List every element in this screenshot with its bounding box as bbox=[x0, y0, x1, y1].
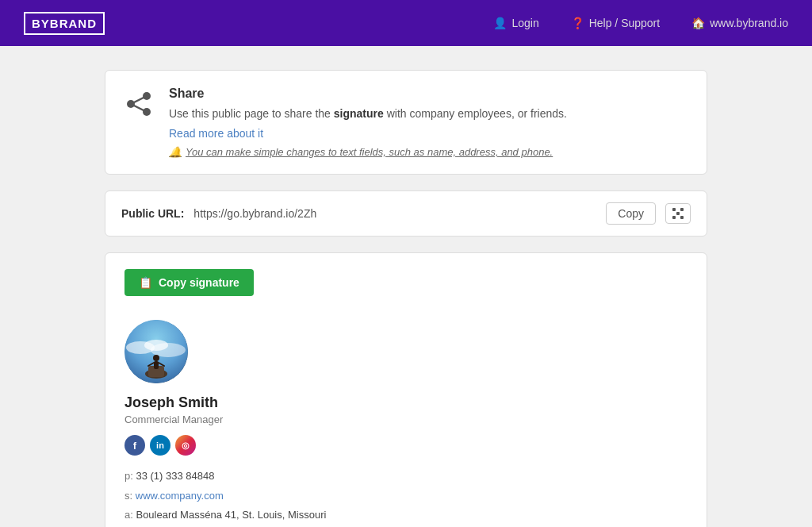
social-linkedin[interactable]: in bbox=[150, 435, 170, 456]
svg-point-11 bbox=[153, 355, 159, 361]
bell-icon: 🔔 bbox=[169, 146, 182, 158]
qr-grid-icon bbox=[672, 208, 684, 219]
url-qr-button[interactable] bbox=[665, 203, 691, 224]
share-notice: 🔔 You can make simple changes to text fi… bbox=[169, 146, 567, 158]
svg-rect-12 bbox=[154, 361, 159, 369]
signature-preview: Joseph Smith Commercial Manager f in ◎ p… bbox=[124, 312, 688, 527]
social-facebook[interactable]: f bbox=[124, 435, 145, 456]
copy-signature-button[interactable]: 📋 Copy signature bbox=[124, 269, 254, 296]
sig-address: a: Bouleard Masséna 41, St. Louis, Misso… bbox=[124, 506, 688, 525]
url-card: Public URL: https://go.bybrand.io/2Zh Co… bbox=[105, 190, 707, 237]
svg-line-4 bbox=[131, 104, 147, 112]
url-copy-button[interactable]: Copy bbox=[606, 202, 656, 225]
social-instagram[interactable]: ◎ bbox=[175, 435, 196, 456]
avatar bbox=[124, 320, 188, 383]
header: BYBRAND 👤 Login ❓ Help / Support 🏠 www.b… bbox=[0, 0, 812, 46]
share-icon bbox=[124, 90, 153, 124]
svg-point-8 bbox=[144, 340, 168, 351]
read-more-link[interactable]: Read more about it bbox=[169, 127, 567, 140]
nav-website[interactable]: 🏠 www.bybrand.io bbox=[691, 17, 788, 29]
share-description: Use this public page to share the signat… bbox=[169, 106, 567, 122]
svg-point-0 bbox=[143, 92, 151, 100]
header-nav: 👤 Login ❓ Help / Support 🏠 www.bybrand.i… bbox=[493, 17, 788, 29]
share-title: Share bbox=[169, 87, 567, 101]
url-label: Public URL: bbox=[121, 207, 184, 220]
help-icon: ❓ bbox=[571, 17, 584, 29]
sig-website: s: www.company.com bbox=[124, 487, 688, 506]
share-text-content: Share Use this public page to share the … bbox=[169, 87, 567, 158]
svg-line-3 bbox=[131, 96, 147, 104]
clipboard-icon: 📋 bbox=[139, 276, 152, 289]
share-card: Share Use this public page to share the … bbox=[105, 70, 707, 175]
home-icon: 🏠 bbox=[691, 17, 705, 29]
nav-login[interactable]: 👤 Login bbox=[493, 17, 538, 29]
sig-name: Joseph Smith bbox=[124, 394, 688, 411]
user-icon: 👤 bbox=[493, 17, 507, 29]
sig-details: p: 33 (1) 333 84848 s: www.company.com a… bbox=[124, 467, 688, 525]
signature-card: 📋 Copy signature bbox=[105, 252, 707, 527]
main-content: Share Use this public page to share the … bbox=[89, 70, 723, 527]
sig-job-title: Commercial Manager bbox=[124, 414, 688, 425]
sig-phone: p: 33 (1) 333 84848 bbox=[124, 467, 688, 487]
url-value: https://go.bybrand.io/2Zh bbox=[193, 207, 596, 220]
nav-help[interactable]: ❓ Help / Support bbox=[571, 17, 661, 29]
sig-socials: f in ◎ bbox=[124, 435, 688, 456]
logo: BYBRAND bbox=[24, 12, 105, 35]
